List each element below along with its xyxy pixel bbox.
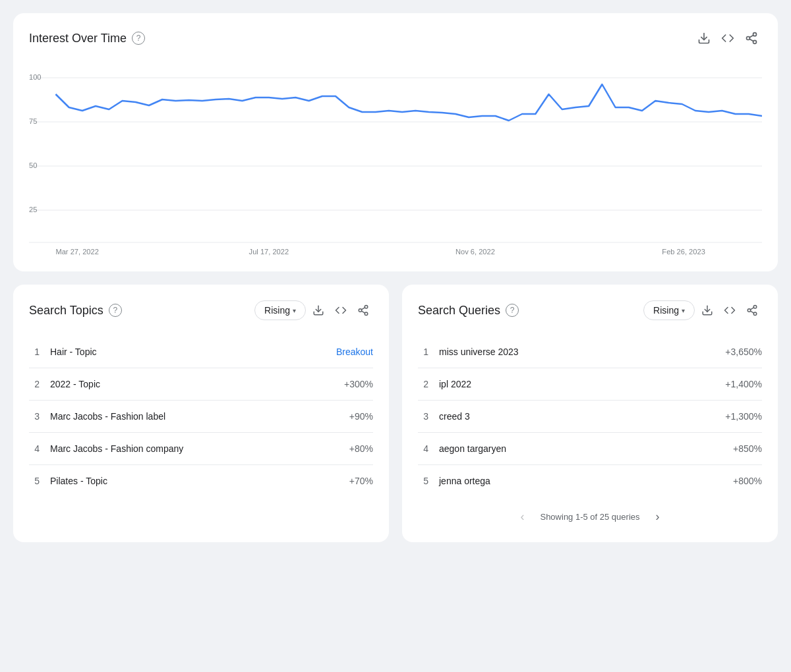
item-number: 1 — [418, 347, 428, 357]
interest-over-time-card: Interest Over Time ? — [13, 13, 778, 271]
item-value: +3,650% — [725, 347, 762, 357]
item-name: aegon targaryen — [439, 443, 506, 454]
item-name: jenna ortega — [439, 476, 490, 486]
svg-text:Jul 17, 2022: Jul 17, 2022 — [249, 248, 289, 256]
queries-embed-button[interactable] — [720, 302, 740, 319]
queries-rising-dropdown[interactable]: Rising ▾ — [643, 300, 695, 320]
search-topics-title: Search Topics — [29, 304, 103, 318]
topics-dropdown-label: Rising — [264, 305, 290, 316]
item-number: 1 — [29, 347, 40, 357]
queries-share-button[interactable] — [742, 302, 762, 319]
item-name: ipl 2022 — [439, 379, 471, 389]
search-topics-title-group: Search Topics ? — [29, 304, 122, 318]
interest-over-time-title: Interest Over Time — [29, 32, 127, 45]
search-topics-actions: Rising ▾ — [254, 300, 373, 320]
topics-rising-dropdown[interactable]: Rising ▾ — [254, 300, 306, 320]
svg-text:25: 25 — [29, 206, 37, 213]
chart-area: 100 75 50 25 Mar 27, 2022 Jul 17, 2022 N… — [29, 58, 762, 256]
topics-list-item[interactable]: 4 Marc Jacobs - Fashion company +80% — [29, 433, 373, 465]
queries-download-button[interactable] — [697, 302, 717, 319]
topics-list-item[interactable]: 3 Marc Jacobs - Fashion label +90% — [29, 401, 373, 433]
search-queries-title: Search Queries — [418, 304, 500, 318]
item-left: 5 Pilates - Topic — [29, 476, 107, 486]
topics-share-button[interactable] — [353, 302, 373, 319]
queries-list-item[interactable]: 3 creed 3 +1,300% — [418, 401, 762, 433]
prev-page-button[interactable]: ‹ — [515, 507, 529, 526]
search-topics-list: 1 Hair - Topic Breakout 2 2022 - Topic +… — [29, 336, 373, 497]
queries-list-item[interactable]: 5 jenna ortega +800% — [418, 465, 762, 497]
item-value: +70% — [349, 476, 373, 486]
search-topics-header: Search Topics ? Rising ▾ — [29, 300, 373, 320]
item-left: 4 Marc Jacobs - Fashion company — [29, 443, 183, 454]
search-queries-card: Search Queries ? Rising ▾ — [402, 285, 778, 542]
item-number: 4 — [29, 443, 40, 454]
item-left: 5 jenna ortega — [418, 476, 490, 486]
download-button[interactable] — [693, 29, 715, 47]
queries-list-item[interactable]: 4 aegon targaryen +850% — [418, 433, 762, 465]
item-number: 5 — [29, 476, 40, 486]
svg-text:100: 100 — [29, 73, 42, 81]
item-name: miss universe 2023 — [439, 347, 519, 357]
item-value: +90% — [349, 411, 373, 422]
item-number: 2 — [418, 379, 428, 389]
item-left: 2 2022 - Topic — [29, 379, 100, 389]
item-number: 4 — [418, 443, 428, 454]
queries-dropdown-arrow-icon: ▾ — [682, 307, 685, 314]
topics-list-item[interactable]: 1 Hair - Topic Breakout — [29, 336, 373, 368]
search-queries-title-group: Search Queries ? — [418, 304, 519, 318]
main-container: Interest Over Time ? — [13, 13, 778, 542]
topics-download-button[interactable] — [308, 302, 328, 319]
svg-text:75: 75 — [29, 117, 37, 125]
queries-dropdown-label: Rising — [653, 305, 679, 316]
topics-embed-button[interactable] — [331, 302, 351, 319]
chart-svg: 100 75 50 25 Mar 27, 2022 Jul 17, 2022 N… — [29, 58, 762, 256]
embed-button[interactable] — [717, 29, 738, 47]
item-name: Marc Jacobs - Fashion label — [50, 411, 165, 422]
item-left: 3 Marc Jacobs - Fashion label — [29, 411, 165, 422]
item-number: 2 — [29, 379, 40, 389]
topics-list-item[interactable]: 5 Pilates - Topic +70% — [29, 465, 373, 497]
item-value: +850% — [733, 443, 762, 454]
bottom-grid: Search Topics ? Rising ▾ — [13, 285, 778, 542]
queries-list-item[interactable]: 2 ipl 2022 +1,400% — [418, 368, 762, 401]
pagination-text: Showing 1-5 of 25 queries — [540, 512, 639, 522]
item-name: Marc Jacobs - Fashion company — [50, 443, 183, 454]
search-queries-header: Search Queries ? Rising ▾ — [418, 300, 762, 320]
help-icon[interactable]: ? — [132, 32, 145, 45]
svg-line-4 — [749, 39, 753, 41]
search-queries-list: 1 miss universe 2023 +3,650% 2 ipl 2022 … — [418, 336, 762, 497]
item-number: 3 — [418, 411, 428, 422]
topics-list-item[interactable]: 2 2022 - Topic +300% — [29, 368, 373, 401]
item-left: 2 ipl 2022 — [418, 379, 471, 389]
header-actions — [693, 29, 762, 47]
item-value: +300% — [344, 379, 373, 389]
search-queries-help-icon[interactable]: ? — [506, 304, 519, 317]
svg-line-23 — [361, 311, 365, 313]
svg-line-29 — [750, 311, 753, 313]
card-header: Interest Over Time ? — [29, 29, 762, 47]
svg-line-24 — [361, 308, 365, 310]
share-button[interactable] — [741, 29, 762, 47]
item-value: +1,400% — [725, 379, 762, 389]
search-topics-help-icon[interactable]: ? — [109, 304, 122, 317]
svg-text:50: 50 — [29, 161, 37, 169]
svg-text:Mar 27, 2022: Mar 27, 2022 — [55, 248, 98, 256]
item-left: 1 Hair - Topic — [29, 347, 97, 357]
item-name: creed 3 — [439, 411, 470, 422]
item-name: 2022 - Topic — [50, 379, 100, 389]
card-title-group: Interest Over Time ? — [29, 32, 145, 45]
next-page-button[interactable]: › — [651, 507, 665, 526]
pagination: ‹ Showing 1-5 of 25 queries › — [418, 507, 762, 526]
item-name: Pilates - Topic — [50, 476, 107, 486]
item-left: 3 creed 3 — [418, 411, 470, 422]
search-topics-card: Search Topics ? Rising ▾ — [13, 285, 389, 542]
item-value: +1,300% — [725, 411, 762, 422]
item-name: Hair - Topic — [50, 347, 97, 357]
svg-text:Feb 26, 2023: Feb 26, 2023 — [662, 248, 705, 256]
item-value: Breakout — [336, 347, 373, 357]
dropdown-arrow-icon: ▾ — [293, 307, 296, 314]
search-queries-actions: Rising ▾ — [643, 300, 762, 320]
svg-line-30 — [750, 308, 753, 310]
queries-list-item[interactable]: 1 miss universe 2023 +3,650% — [418, 336, 762, 368]
svg-text:Nov 6, 2022: Nov 6, 2022 — [455, 248, 495, 256]
